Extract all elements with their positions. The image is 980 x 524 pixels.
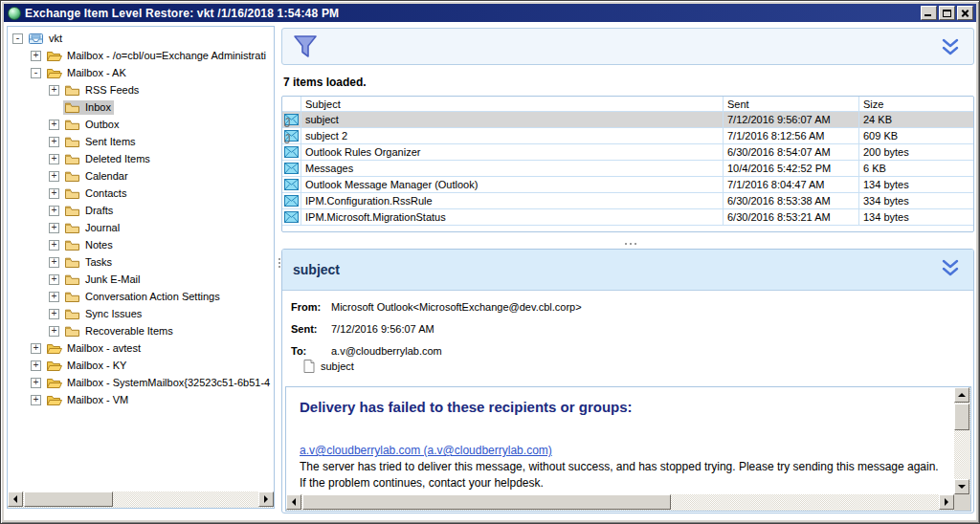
tree-expander[interactable]: -	[12, 33, 23, 44]
table-row[interactable]: Outlook Rules Organizer 6/30/2016 8:54:0…	[282, 144, 973, 161]
attachment-row[interactable]: subject	[303, 360, 973, 373]
message-horizontal-scrollbar[interactable]	[286, 494, 954, 511]
size-column-header[interactable]: Size	[859, 97, 973, 111]
tree-item-label[interactable]: Journal	[84, 222, 120, 233]
item-size[interactable]: 134 bytes	[859, 177, 973, 192]
subject-column-header[interactable]: Subject	[301, 97, 724, 111]
item-sent[interactable]: 6/30/2016 8:53:21 AM	[724, 209, 859, 225]
item-sent[interactable]: 7/12/2016 9:56:07 AM	[724, 112, 859, 127]
sent-column-header[interactable]: Sent	[724, 97, 859, 111]
table-row[interactable]: IPM.Microsoft.MigrationStatus 6/30/2016 …	[282, 209, 973, 226]
item-size[interactable]: 334 bytes	[859, 193, 973, 208]
tree-item[interactable]: + Drafts	[8, 202, 274, 219]
tree-item-label[interactable]: Sent Items	[84, 136, 136, 147]
tree-item[interactable]: + Sync Issues	[8, 305, 274, 322]
tree-expander[interactable]: +	[49, 137, 59, 147]
tree-expander[interactable]: +	[49, 240, 59, 251]
message-hscroll-thumb[interactable]	[302, 494, 671, 510]
message-vscroll-thumb[interactable]	[954, 404, 969, 430]
table-row[interactable]: subject 7/12/2016 9:56:07 AM 24 KB	[282, 112, 973, 128]
scroll-right-button[interactable]	[258, 491, 274, 507]
tree-expander[interactable]: +	[49, 309, 59, 319]
tree-item-label[interactable]: Sync Issues	[84, 308, 142, 319]
scroll-down-button[interactable]	[954, 479, 969, 494]
tree-item-label[interactable]: Conversation Action Settings	[84, 291, 220, 302]
tree-item[interactable]: + Deleted Items	[8, 150, 274, 167]
item-size[interactable]: 609 KB	[859, 128, 973, 143]
tree-expander[interactable]: +	[49, 188, 59, 199]
tree-item[interactable]: + Sent Items	[8, 133, 274, 150]
tree-hscroll-thumb[interactable]	[24, 491, 113, 507]
item-subject[interactable]: Outlook Message Manager (Outlook)	[301, 177, 724, 192]
tree-item-label[interactable]: Calendar	[84, 170, 128, 182]
item-sent[interactable]: 7/1/2016 8:12:56 AM	[724, 128, 859, 143]
tree-item[interactable]: + Mailbox - VM	[8, 391, 274, 408]
tree-expander[interactable]: +	[49, 292, 59, 302]
tree-expander[interactable]: +	[31, 343, 41, 354]
tree-item-label[interactable]: Inbox	[84, 101, 111, 113]
tree-item[interactable]: + Mailbox - SystemMailbox{32523c51-6b51-…	[8, 374, 274, 391]
tree-expander[interactable]: -	[31, 68, 41, 78]
tree-expander[interactable]: +	[49, 206, 59, 216]
item-subject[interactable]: Messages	[301, 161, 724, 176]
tree-item[interactable]: + Contacts	[8, 185, 274, 202]
tree-item-label[interactable]: Junk E-Mail	[84, 273, 140, 285]
item-subject[interactable]: IPM.Configuration.RssRule	[301, 193, 724, 208]
tree-expander[interactable]: +	[49, 223, 59, 233]
scroll-left-button[interactable]	[286, 494, 301, 510]
tree-item-label[interactable]: Recoverable Items	[84, 325, 173, 337]
tree-item[interactable]: + Mailbox - KY	[8, 357, 274, 374]
tree-item[interactable]: + Tasks	[8, 253, 274, 271]
item-size[interactable]: 6 KB	[859, 161, 973, 176]
item-sent[interactable]: 10/4/2016 5:42:52 PM	[724, 161, 859, 176]
table-row[interactable]: IPM.Configuration.RssRule 6/30/2016 8:53…	[282, 193, 973, 209]
tree-item[interactable]: + Recoverable Items	[8, 322, 274, 339]
close-button[interactable]	[957, 6, 973, 20]
tree-item-label[interactable]: Drafts	[84, 205, 113, 216]
table-row[interactable]: subject 2 7/1/2016 8:12:56 AM 609 KB	[282, 128, 973, 144]
tree-item[interactable]: + Calendar	[8, 167, 274, 185]
tree-item-label[interactable]: Outbox	[84, 119, 119, 130]
item-subject[interactable]: IPM.Microsoft.MigrationStatus	[301, 209, 724, 225]
tree-item-label[interactable]: Mailbox - avtest	[66, 342, 141, 354]
item-sent[interactable]: 6/30/2016 8:53:38 AM	[724, 193, 859, 208]
maximize-button[interactable]	[939, 6, 955, 20]
tree-item[interactable]: - Mailbox - AK	[8, 64, 274, 81]
tree-item[interactable]: + RSS Feeds	[8, 81, 274, 98]
minimize-button[interactable]	[921, 6, 937, 20]
tree-item-label[interactable]: Mailbox - /o=cbl/ou=Exchange Administrat…	[66, 50, 266, 61]
tree-expander[interactable]: +	[49, 120, 59, 130]
scroll-left-button[interactable]	[8, 491, 23, 507]
filter-funnel-icon[interactable]	[292, 33, 319, 64]
tree-expander[interactable]: +	[49, 171, 59, 182]
tree-item[interactable]: Inbox	[8, 98, 274, 116]
tree-item[interactable]: + Mailbox - /o=cbl/ou=Exchange Administr…	[8, 47, 274, 64]
item-subject[interactable]: subject 2	[301, 128, 724, 143]
tree-expander[interactable]: +	[49, 154, 59, 164]
tree-item-label[interactable]: Deleted Items	[84, 153, 150, 164]
item-subject[interactable]: subject	[301, 112, 724, 127]
horizontal-splitter[interactable]	[284, 240, 977, 247]
tree-item[interactable]: + Junk E-Mail	[8, 271, 274, 288]
tree-item-label[interactable]: vkt	[48, 33, 62, 44]
item-sent[interactable]: 6/30/2016 8:54:07 AM	[724, 144, 859, 160]
tree-expander[interactable]: +	[49, 326, 59, 337]
item-size[interactable]: 200 bytes	[859, 144, 973, 160]
message-vertical-scrollbar[interactable]	[954, 387, 970, 494]
item-size[interactable]: 24 KB	[859, 112, 973, 127]
tree-item[interactable]: + Journal	[8, 219, 274, 236]
tree-expander[interactable]: +	[49, 85, 59, 96]
tree-item-label[interactable]: Tasks	[84, 256, 112, 268]
scroll-up-button[interactable]	[954, 387, 969, 403]
tree-expander[interactable]: +	[49, 274, 59, 285]
table-row[interactable]: Messages 10/4/2016 5:42:52 PM 6 KB	[282, 161, 973, 177]
tree-expander[interactable]: +	[49, 257, 59, 268]
item-sent[interactable]: 7/1/2016 8:04:47 AM	[724, 177, 859, 192]
tree-item-label[interactable]: Mailbox - AK	[66, 67, 126, 78]
scroll-right-button[interactable]	[939, 494, 954, 510]
tree-item-label[interactable]: Mailbox - VM	[66, 394, 128, 405]
tree-item-label[interactable]: Mailbox - KY	[66, 360, 126, 371]
tree-expander[interactable]: +	[31, 395, 41, 405]
table-row[interactable]: Outlook Message Manager (Outlook) 7/1/20…	[282, 177, 973, 193]
tree-expander[interactable]: +	[31, 51, 41, 61]
